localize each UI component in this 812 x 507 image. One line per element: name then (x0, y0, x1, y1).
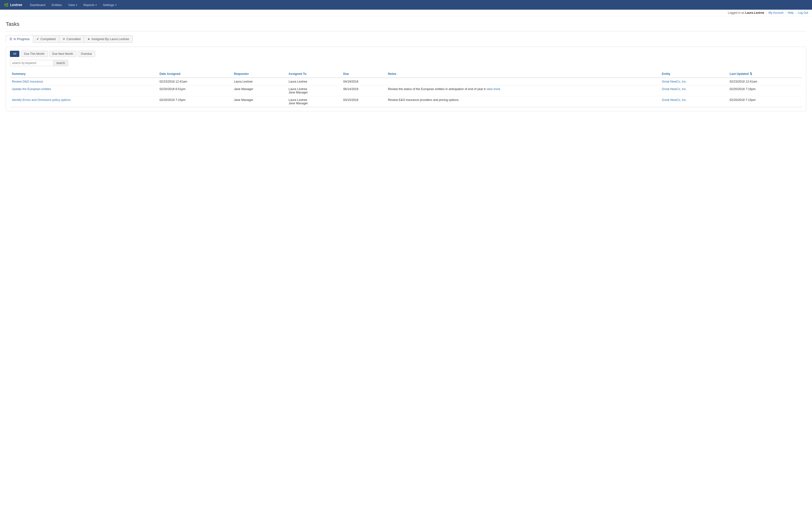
search-bar: search (10, 60, 802, 66)
tab-cancelled-label: Cancelled (66, 37, 81, 41)
search-button[interactable]: search (53, 60, 68, 66)
row2-requestor: Jane Manager (232, 86, 287, 96)
row3-entity-link[interactable]: Great NewCo, Inc. (662, 98, 687, 102)
tab-in-progress-label: In Progress (13, 37, 30, 41)
col-assigned-to: Assigned To (287, 70, 341, 78)
row2-entity-link[interactable]: Great NewCo, Inc. (662, 88, 687, 91)
row1-last-updated: 02/23/2018 12:41am (728, 78, 802, 86)
page-content: Tasks ☰ In Progress ✔ Completed ✕ Cancel… (0, 16, 812, 116)
navbar: 🌿 Lextree Dashboard Entities View ▾ Repo… (0, 0, 812, 10)
in-progress-icon: ☰ (9, 37, 12, 41)
table-row: Review D&O insurance 02/23/2018 12:41am … (10, 78, 802, 86)
row3-requestor: Jane Manager (232, 96, 287, 107)
help-link[interactable]: Help (788, 11, 794, 14)
col-due: Due (341, 70, 386, 78)
assigned-by-icon: ➤ (88, 37, 90, 41)
reports-dropdown-caret: ▾ (95, 4, 97, 6)
row3-entity: Great NewCo, Inc. (660, 96, 728, 107)
tabs: ☰ In Progress ✔ Completed ✕ Cancelled ➤ … (6, 35, 806, 43)
completed-icon: ✔ (37, 37, 39, 41)
row2-notes-text: Review the status of the European entiti… (388, 88, 486, 91)
row2-summary-link[interactable]: Update the European entities (12, 88, 51, 91)
logged-in-user: Laura Lextree (745, 11, 764, 14)
tasks-container: All Due This Month Due Next Month Overdu… (6, 47, 806, 111)
row1-date-assigned: 02/23/2018 12:41am (158, 78, 232, 86)
row3-assigned-to: Laura Lextree Jane Manager (287, 96, 341, 107)
brand-name: Lextree (10, 3, 22, 7)
user-bar: Logged in as Laura Lextree - My Account … (0, 10, 812, 16)
tab-assigned-by[interactable]: ➤ Assigned By Laura Lextree (84, 35, 133, 43)
cancelled-icon: ✕ (63, 37, 65, 41)
brand-logo[interactable]: 🌿 Lextree (4, 3, 22, 7)
row2-assigned-to-line2: Jane Manager (289, 91, 339, 94)
view-dropdown-caret: ▾ (76, 4, 77, 6)
row3-notes: Review E&O insurance providers and prici… (386, 96, 660, 107)
row1-notes (386, 78, 660, 86)
tasks-table: Summary Date Assigned Requestor Assigned… (10, 70, 802, 107)
table-header: Summary Date Assigned Requestor Assigned… (10, 70, 802, 78)
sort-icon: ⇅ (750, 72, 752, 75)
col-notes: Notes (386, 70, 660, 78)
row2-due: 06/14/2018 (341, 86, 386, 96)
nav-entities[interactable]: Entities (49, 0, 65, 10)
col-summary: Summary (10, 70, 158, 78)
tab-completed[interactable]: ✔ Completed (33, 35, 59, 43)
col-last-updated[interactable]: Last Updated ⇅ (728, 70, 802, 78)
row1-assigned-to: Laura Lextree (287, 78, 341, 86)
table-row: Identify Errors and Omissions policy opt… (10, 96, 802, 107)
row3-summary-link[interactable]: Identify Errors and Omissions policy opt… (12, 98, 70, 102)
filter-due-next-month[interactable]: Due Next Month (49, 51, 77, 57)
row3-assigned-to-line2: Jane Manager (289, 102, 339, 105)
filter-bar: All Due This Month Due Next Month Overdu… (10, 51, 802, 57)
row2-entity: Great NewCo, Inc. (660, 86, 728, 96)
row2-last-updated: 02/20/2018 7:16pm (728, 86, 802, 96)
nav-view[interactable]: View ▾ (65, 0, 80, 10)
row1-entity-link[interactable]: Great NewCo, Inc. (662, 80, 687, 83)
tab-assigned-by-label: Assigned By Laura Lextree (91, 37, 129, 41)
row2-date-assigned: 02/20/2018 6:51pm (158, 86, 232, 96)
row2-summary: Update the European entities (10, 86, 158, 96)
row1-entity: Great NewCo, Inc. (660, 78, 728, 86)
nav-reports[interactable]: Reports ▾ (81, 0, 100, 10)
page-title: Tasks (6, 21, 806, 27)
row3-due: 03/15/2018 (341, 96, 386, 107)
title-divider (6, 31, 806, 32)
table-body: Review D&O insurance 02/23/2018 12:41am … (10, 78, 802, 107)
row1-summary: Review D&O insurance (10, 78, 158, 86)
row2-assigned-to: Laura Lextree Jane Manager (287, 86, 341, 96)
row1-due: 04/19/2018 (341, 78, 386, 86)
row3-last-updated: 02/20/2018 7:15pm (728, 96, 802, 107)
settings-dropdown-caret: ▾ (115, 4, 116, 6)
nav-settings[interactable]: Settings ▾ (100, 0, 119, 10)
my-account-link[interactable]: My Account (768, 11, 783, 14)
table-row: Update the European entities 02/20/2018 … (10, 86, 802, 96)
col-requestor: Requestor (232, 70, 287, 78)
row3-date-assigned: 02/20/2018 7:15pm (158, 96, 232, 107)
tab-completed-label: Completed (40, 37, 56, 41)
col-date-assigned: Date Assigned (158, 70, 232, 78)
filter-due-this-month[interactable]: Due This Month (21, 51, 48, 57)
row3-summary: Identify Errors and Omissions policy opt… (10, 96, 158, 107)
col-entity: Entity (660, 70, 728, 78)
row3-assigned-to-line1: Laura Lextree (289, 98, 339, 102)
search-input[interactable] (10, 60, 53, 66)
row2-notes: Review the status of the European entiti… (386, 86, 660, 96)
nav-links: Dashboard Entities View ▾ Reports ▾ Sett… (27, 0, 808, 10)
row2-view-more-link[interactable]: view more (487, 88, 500, 91)
row1-requestor: Laura Lextree (232, 78, 287, 86)
tab-in-progress[interactable]: ☰ In Progress (6, 35, 33, 43)
tab-cancelled[interactable]: ✕ Cancelled (59, 35, 84, 43)
log-out-link[interactable]: Log Out (798, 11, 808, 14)
leaf-icon: 🌿 (4, 3, 9, 7)
filter-overdue[interactable]: Overdue (78, 51, 95, 57)
logged-in-prefix: Logged in as (728, 11, 745, 14)
filter-all[interactable]: All (10, 51, 19, 57)
row1-summary-link[interactable]: Review D&O insurance (12, 80, 43, 83)
nav-dashboard[interactable]: Dashboard (27, 0, 48, 10)
row2-assigned-to-line1: Laura Lextree (289, 88, 339, 91)
